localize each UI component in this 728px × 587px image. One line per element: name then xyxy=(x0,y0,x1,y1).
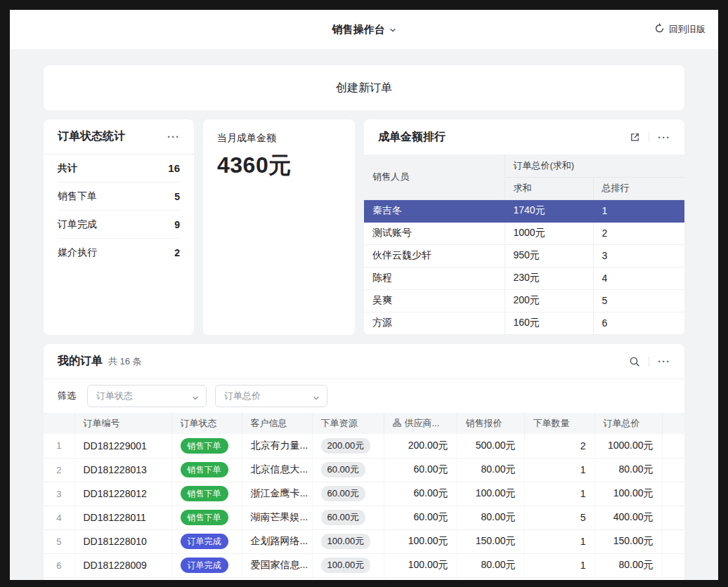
total: 150.00元 xyxy=(594,529,662,553)
customer: 企划路网络... xyxy=(242,529,312,553)
resource-pill: 100.00元 xyxy=(321,534,371,549)
row-number: 4 xyxy=(44,506,74,529)
status-label: 销售下单 xyxy=(58,190,97,203)
rank-sum: 950元 xyxy=(505,244,593,267)
order-no: DD181228013 xyxy=(74,458,171,482)
page-title: 销售操作台 xyxy=(332,23,385,37)
orders-card-header: 我的订单 共 16 条 ··· xyxy=(44,344,684,379)
col-quote[interactable]: 销售报价 xyxy=(457,413,524,434)
col-resource[interactable]: 下单资源 xyxy=(312,413,384,434)
more-icon[interactable]: ··· xyxy=(658,132,670,143)
col-supplier-label: 供应商... xyxy=(405,417,440,430)
total: 80.00元 xyxy=(594,458,662,482)
supplier: 60.00元 xyxy=(384,458,457,482)
filler-cell xyxy=(662,458,684,482)
quote: 80.00元 xyxy=(457,553,524,577)
row-number: 5 xyxy=(44,529,74,553)
resource-pill: 60.00元 xyxy=(321,462,366,477)
col-order-no[interactable]: 订单编号 xyxy=(74,413,171,434)
resource-cell: 100.00元 xyxy=(312,553,384,577)
amount-ranking-card: 成单金额排行 ··· 销售人员 订单总价(求和) xyxy=(364,119,684,335)
status-label: 媒介执行 xyxy=(58,246,97,259)
col-order-status[interactable]: 订单状态 xyxy=(171,413,242,434)
customer: 爱国家信息... xyxy=(242,553,312,577)
rank-row[interactable]: 陈程 230元 4 xyxy=(364,267,684,289)
rank-row[interactable]: 方源 160元 6 xyxy=(364,312,684,334)
supplier: 60.00元 xyxy=(384,482,457,506)
divider xyxy=(649,357,649,367)
status-row-total[interactable]: 共计 16 xyxy=(58,154,180,183)
month-amount-card: 当月成单金额 4360元 xyxy=(203,119,355,335)
status-row[interactable]: 媒介执行 2 xyxy=(58,239,180,267)
qty: 5 xyxy=(524,506,594,529)
quote: 80.00元 xyxy=(457,506,524,529)
rank-col-sum: 求和 xyxy=(505,177,593,199)
rank-position: 1 xyxy=(593,199,684,222)
rank-col-group: 订单总价(求和) xyxy=(505,154,684,177)
col-supplier[interactable]: 供应商... xyxy=(384,413,457,434)
ranking-card-title: 成单金额排行 xyxy=(378,130,446,145)
filler-cell xyxy=(662,529,684,553)
qty: 1 xyxy=(524,553,594,577)
rank-row[interactable]: 测试账号 1000元 2 xyxy=(364,222,684,244)
order-total-filter-placeholder: 订单总价 xyxy=(224,390,261,402)
order-status-cell: 销售下单 xyxy=(171,482,242,506)
resource-cell: 60.00元 xyxy=(312,482,384,506)
order-row[interactable]: 2 DD181228013 销售下单 北京信息大... 60.00元 60.00… xyxy=(44,458,684,482)
row-number: 2 xyxy=(44,458,74,482)
resource-cell: 60.00元 xyxy=(312,506,384,529)
status-row[interactable]: 销售下单 5 xyxy=(58,183,180,211)
month-amount-value: 4360元 xyxy=(217,150,341,181)
status-list: 共计 16 销售下单 5 订单完成 9 媒介执行 2 xyxy=(44,154,194,267)
ranking-table: 销售人员 订单总价(求和) 求和 总排行 秦吉冬 1740元 1 xyxy=(364,154,684,335)
ranking-card-header: 成单金额排行 ··· xyxy=(364,119,684,154)
col-qty[interactable]: 下单数量 xyxy=(524,413,594,434)
status-row[interactable]: 订单完成 9 xyxy=(58,211,180,239)
order-row[interactable]: 4 DD181228011 销售下单 湖南芒果娱... 60.00元 60.00… xyxy=(44,506,684,529)
resource-cell: 200.00元 xyxy=(312,434,384,458)
rank-name: 陈程 xyxy=(364,267,505,289)
status-value: 16 xyxy=(168,162,180,174)
rank-name: 方源 xyxy=(364,312,505,334)
order-status-filter[interactable]: 订单状态 xyxy=(87,385,207,407)
order-row[interactable]: 5 DD181228010 订单完成 企划路网络... 100.00元 100.… xyxy=(44,529,684,553)
order-row[interactable]: 6 DD181228009 订单完成 爱国家信息... 100.00元 100.… xyxy=(44,553,684,577)
filler-cell xyxy=(662,434,684,458)
rank-name: 吴爽 xyxy=(364,289,505,312)
orders-table: 订单编号 订单状态 客户信息 下单资源 供应商... xyxy=(44,413,684,578)
order-status-stats-card: 订单状态统计 ··· 共计 16 销售下单 5 订单完成 9 xyxy=(44,119,194,335)
rank-row[interactable]: 秦吉冬 1740元 1 xyxy=(364,199,684,222)
back-to-old-version-link[interactable]: 回到旧版 xyxy=(654,10,706,49)
order-total-filter[interactable]: 订单总价 xyxy=(215,385,327,407)
stats-row: 订单状态统计 ··· 共计 16 销售下单 5 订单完成 9 xyxy=(44,119,684,335)
month-amount-label: 当月成单金额 xyxy=(217,132,341,145)
quote: 80.00元 xyxy=(457,458,524,482)
rank-col-person: 销售人员 xyxy=(364,154,505,199)
order-no: DD181228011 xyxy=(74,506,171,529)
rank-row[interactable]: 伙伴云魏少轩 950元 3 xyxy=(364,244,684,267)
more-icon[interactable]: ··· xyxy=(167,131,180,142)
filler-cell xyxy=(662,482,684,506)
order-row[interactable]: 1 DD181229001 销售下单 北京有力量... 200.00元 200.… xyxy=(44,434,684,458)
resource-pill: 60.00元 xyxy=(321,486,366,501)
back-to-old-version-label: 回到旧版 xyxy=(669,23,706,36)
status-badge: 订单完成 xyxy=(181,558,228,573)
rank-position: 5 xyxy=(593,289,684,312)
open-external-icon[interactable] xyxy=(630,132,640,143)
order-row[interactable]: 3 DD181228012 销售下单 浙江金鹰卡... 60.00元 60.00… xyxy=(44,482,684,506)
qty: 2 xyxy=(524,434,594,458)
col-total[interactable]: 订单总价 xyxy=(594,413,662,434)
search-icon[interactable] xyxy=(629,356,640,367)
customer: 浙江金鹰卡... xyxy=(242,482,312,506)
status-value: 9 xyxy=(174,219,180,230)
customer: 北京有力量... xyxy=(242,434,312,458)
quote: 150.00元 xyxy=(457,529,524,553)
status-label: 共计 xyxy=(58,162,77,175)
more-icon[interactable]: ··· xyxy=(658,356,670,367)
status-card-header: 订单状态统计 ··· xyxy=(44,119,194,154)
dashboard-content: 创建新订单 订单状态统计 ··· 共计 16 销售下单 5 xyxy=(10,49,718,580)
rank-row[interactable]: 吴爽 200元 5 xyxy=(364,289,684,312)
col-customer[interactable]: 客户信息 xyxy=(242,413,312,434)
create-order-button[interactable]: 创建新订单 xyxy=(44,65,684,110)
workspace-switcher[interactable]: 销售操作台 xyxy=(332,23,396,37)
